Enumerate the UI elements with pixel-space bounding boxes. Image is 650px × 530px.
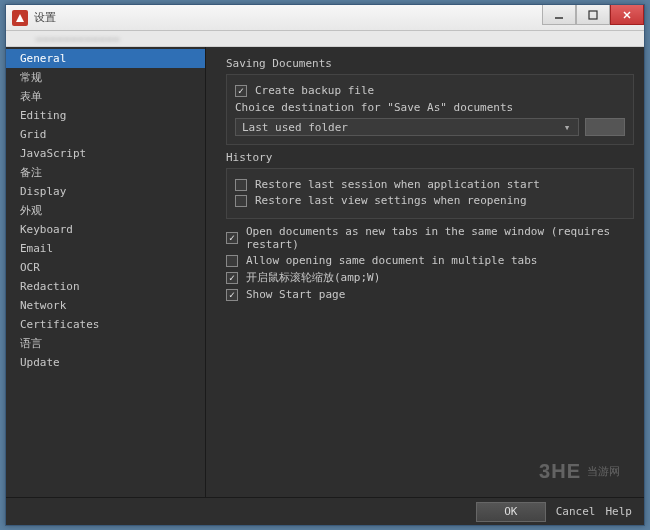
- sidebar: General常规表单EditingGridJavaScript备注Displa…: [6, 47, 206, 497]
- close-button[interactable]: [610, 5, 644, 25]
- sidebar-item-8[interactable]: 外观: [6, 201, 205, 220]
- cancel-button[interactable]: Cancel: [556, 505, 596, 518]
- sidebar-item-5[interactable]: JavaScript: [6, 144, 205, 163]
- sidebar-item-7[interactable]: Display: [6, 182, 205, 201]
- client-area: General常规表单EditingGridJavaScript备注Displa…: [6, 47, 644, 525]
- svg-rect-1: [589, 11, 597, 19]
- history-section-title: History: [226, 151, 634, 164]
- option-checkbox-2[interactable]: [226, 272, 238, 284]
- sidebar-item-16[interactable]: Update: [6, 353, 205, 372]
- option-label-2: 开启鼠标滚轮缩放(amp;W): [246, 270, 380, 285]
- option-label-3: Show Start page: [246, 288, 345, 301]
- option-label-0: Open documents as new tabs in the same w…: [246, 225, 634, 251]
- content-panel: Saving Documents Create backup file Choi…: [206, 47, 644, 497]
- option-checkbox-3[interactable]: [226, 289, 238, 301]
- select-value: Last used folder: [242, 121, 348, 134]
- sidebar-item-14[interactable]: Certificates: [6, 315, 205, 334]
- ok-button[interactable]: OK: [476, 502, 546, 522]
- sidebar-item-6[interactable]: 备注: [6, 163, 205, 182]
- sidebar-item-3[interactable]: Editing: [6, 106, 205, 125]
- subheader: ————————————: [6, 31, 644, 47]
- restore-view-checkbox[interactable]: [235, 195, 247, 207]
- sidebar-item-2[interactable]: 表单: [6, 87, 205, 106]
- settings-window: 设置 ———————————— General常规表单EditingGridJa…: [5, 4, 645, 526]
- sidebar-item-11[interactable]: OCR: [6, 258, 205, 277]
- window-title: 设置: [34, 10, 56, 25]
- sidebar-item-12[interactable]: Redaction: [6, 277, 205, 296]
- sidebar-item-1[interactable]: 常规: [6, 68, 205, 87]
- maximize-button[interactable]: [576, 5, 610, 25]
- dialog-footer: OK Cancel Help: [6, 497, 644, 525]
- saveas-browse-button[interactable]: [585, 118, 625, 136]
- restore-session-checkbox[interactable]: [235, 179, 247, 191]
- saving-section: Create backup file Choice destination fo…: [226, 74, 634, 145]
- sidebar-item-9[interactable]: Keyboard: [6, 220, 205, 239]
- sidebar-item-4[interactable]: Grid: [6, 125, 205, 144]
- backup-label: Create backup file: [255, 84, 374, 97]
- restore-session-label: Restore last session when application st…: [255, 178, 540, 191]
- app-icon: [12, 10, 28, 26]
- option-checkbox-1[interactable]: [226, 255, 238, 267]
- help-button[interactable]: Help: [606, 505, 633, 518]
- sidebar-item-15[interactable]: 语言: [6, 334, 205, 353]
- restore-view-label: Restore last view settings when reopenin…: [255, 194, 527, 207]
- minimize-button[interactable]: [542, 5, 576, 25]
- saveas-destination-select[interactable]: Last used folder ▾: [235, 118, 579, 136]
- backup-checkbox[interactable]: [235, 85, 247, 97]
- titlebar[interactable]: 设置: [6, 5, 644, 31]
- chevron-down-icon: ▾: [560, 121, 574, 134]
- saving-section-title: Saving Documents: [226, 57, 634, 70]
- sidebar-item-10[interactable]: Email: [6, 239, 205, 258]
- sidebar-item-13[interactable]: Network: [6, 296, 205, 315]
- sidebar-item-0[interactable]: General: [6, 49, 205, 68]
- general-options: Open documents as new tabs in the same w…: [226, 225, 634, 301]
- option-checkbox-0[interactable]: [226, 232, 238, 244]
- history-section: Restore last session when application st…: [226, 168, 634, 219]
- saveas-choice-label: Choice destination for "Save As" documen…: [235, 101, 625, 114]
- option-label-1: Allow opening same document in multiple …: [246, 254, 537, 267]
